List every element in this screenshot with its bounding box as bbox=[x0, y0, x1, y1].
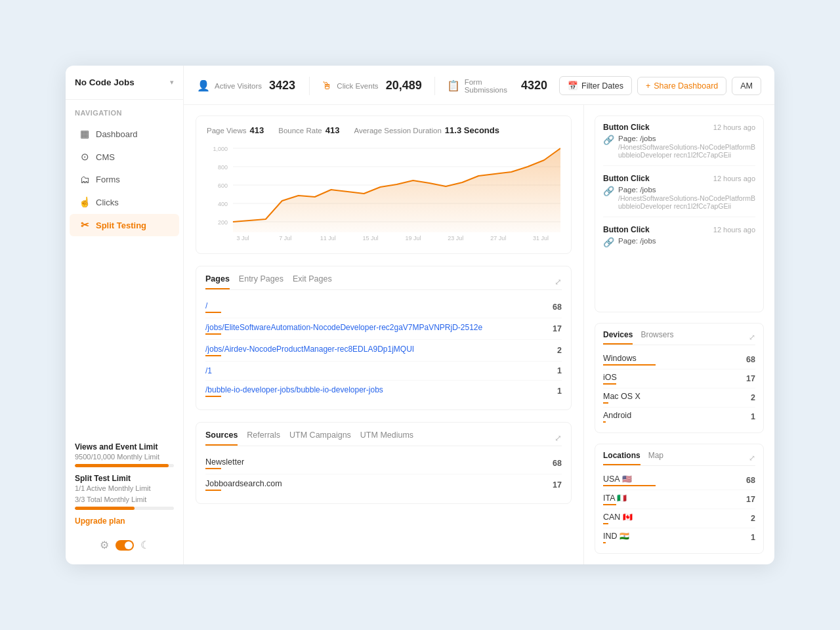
split-limit-active: 1/1 Active Monthly Limit bbox=[75, 484, 174, 492]
sidebar-item-dashboard[interactable]: ▦ Dashboard bbox=[70, 123, 179, 145]
location-bar bbox=[603, 523, 608, 524]
active-visitors-value: 3423 bbox=[269, 79, 295, 93]
upgrade-link[interactable]: Upgrade plan bbox=[75, 516, 174, 526]
event-title: Button Click bbox=[603, 225, 650, 234]
tab-browsers[interactable]: Browsers bbox=[640, 330, 673, 345]
page-link[interactable]: /1 bbox=[205, 366, 212, 375]
views-limit-bar-fill bbox=[75, 464, 169, 467]
click-events-label: Click Events bbox=[337, 82, 378, 90]
row-underline bbox=[205, 333, 221, 335]
device-bar bbox=[603, 421, 606, 423]
expand-icon[interactable]: ⤢ bbox=[749, 333, 755, 342]
settings-icon[interactable]: ⚙ bbox=[100, 539, 109, 551]
sidebar-item-label: Dashboard bbox=[96, 129, 138, 139]
row-count: 17 bbox=[543, 480, 562, 490]
views-limit-bar bbox=[75, 464, 174, 467]
svg-text:800: 800 bbox=[218, 164, 228, 171]
chart-stat-session: Average Session Duration 11.3 Seconds bbox=[354, 125, 499, 135]
table-row: /jobs/Airdev-NocodeProductManager-rec8ED… bbox=[205, 340, 562, 362]
side-row: Mac OS X 2 bbox=[603, 388, 755, 408]
tab-exit-pages[interactable]: Exit Pages bbox=[293, 274, 332, 289]
nav-section-label: Navigation bbox=[66, 109, 183, 122]
page-link[interactable]: / bbox=[205, 301, 207, 310]
share-dashboard-button[interactable]: + Share Dashboard bbox=[637, 77, 726, 95]
event-item: Button Click 12 hours ago 🔗 Page: /jobs bbox=[603, 225, 755, 254]
stat-click-events: 🖱 Click Events 20,489 bbox=[322, 79, 422, 93]
split-limit-bar bbox=[75, 507, 174, 510]
event-page: Page: /jobs bbox=[618, 237, 656, 245]
stat-form-submissions: 📋 Form Submissions 4320 bbox=[447, 78, 547, 94]
svg-text:3 Jul: 3 Jul bbox=[236, 235, 249, 242]
moon-icon[interactable]: ☾ bbox=[140, 539, 150, 551]
device-bar bbox=[603, 364, 656, 366]
row-underline bbox=[205, 490, 221, 491]
flag-ind: 🇮🇳 bbox=[620, 532, 629, 541]
tab-pages[interactable]: Pages bbox=[205, 274, 230, 289]
device-count: 68 bbox=[746, 355, 755, 364]
sidebar-item-cms[interactable]: ⊙ CMS bbox=[70, 146, 179, 168]
page-link[interactable]: /jobs/Airdev-NocodeProductManager-rec8ED… bbox=[205, 345, 414, 354]
tab-entry-pages[interactable]: Entry Pages bbox=[239, 274, 284, 289]
location-label: IND 🇮🇳 bbox=[603, 532, 629, 541]
sidebar-item-label: Split Testing bbox=[96, 220, 146, 230]
split-limit-total: 3/3 Total Monthly Limit bbox=[75, 495, 174, 503]
devices-section: Devices Browsers ⤢ Windows 68 bbox=[595, 323, 764, 433]
sidebar-item-clicks[interactable]: ☝ Clicks bbox=[70, 191, 179, 213]
event-item: Button Click 12 hours ago 🔗 Page: /jobs … bbox=[603, 174, 755, 217]
table-row: Newsletter 68 bbox=[205, 453, 562, 474]
tab-devices[interactable]: Devices bbox=[603, 330, 633, 345]
device-count: 17 bbox=[746, 374, 755, 383]
table-row: / 68 bbox=[205, 297, 562, 318]
expand-icon[interactable]: ⤢ bbox=[555, 277, 562, 287]
location-bar bbox=[603, 504, 616, 505]
location-count: 68 bbox=[746, 476, 755, 485]
page-link[interactable]: /bubble-io-developer-jobs/bubble-io-deve… bbox=[205, 385, 383, 394]
row-count: 1 bbox=[543, 387, 562, 396]
form-submissions-value: 4320 bbox=[521, 79, 547, 93]
tab-map[interactable]: Map bbox=[648, 451, 663, 465]
event-icon: 🔗 bbox=[603, 135, 614, 145]
content-columns: Page Views 413 Bounce Rate 413 Average S… bbox=[184, 105, 774, 564]
table-row: /1 1 bbox=[205, 362, 562, 381]
side-row: iOS 17 bbox=[603, 369, 755, 388]
split-testing-icon: ✂ bbox=[79, 219, 91, 231]
tab-sources[interactable]: Sources bbox=[205, 430, 238, 446]
tab-referrals[interactable]: Referrals bbox=[247, 430, 280, 446]
location-count: 1 bbox=[751, 533, 755, 542]
device-label: Mac OS X bbox=[603, 392, 640, 401]
sidebar-brand[interactable]: No Code Jobs ▾ bbox=[66, 77, 183, 100]
sidebar-limits: Views and Event Limit 9500/10,000 Monthl… bbox=[66, 436, 183, 534]
click-events-icon: 🖱 bbox=[322, 80, 332, 92]
chart-section: Page Views 413 Bounce Rate 413 Average S… bbox=[196, 116, 572, 254]
row-count: 68 bbox=[543, 459, 562, 468]
devices-tabs: Devices Browsers ⤢ bbox=[603, 330, 755, 345]
tab-utm-campaigns[interactable]: UTM Campaigns bbox=[289, 430, 351, 446]
expand-icon[interactable]: ⤢ bbox=[749, 453, 755, 463]
row-underline bbox=[205, 396, 221, 397]
chart-stats-row: Page Views 413 Bounce Rate 413 Average S… bbox=[207, 125, 560, 135]
svg-text:27 Jul: 27 Jul bbox=[490, 235, 506, 242]
theme-toggle[interactable] bbox=[116, 540, 134, 551]
sidebar: No Code Jobs ▾ Navigation ▦ Dashboard ⊙ … bbox=[66, 66, 184, 564]
expand-icon[interactable]: ⤢ bbox=[555, 433, 562, 443]
location-bar bbox=[603, 542, 606, 543]
flag-usa: 🇺🇸 bbox=[622, 474, 632, 484]
row-underline bbox=[205, 468, 221, 469]
device-count: 2 bbox=[751, 393, 755, 402]
table-row: Jobboardsearch.com 17 bbox=[205, 474, 562, 495]
chart-area: 1,000 800 600 400 200 3 Jul 7 Jul 11 Jul… bbox=[207, 142, 560, 247]
stat-active-visitors: 👤 Active Visitors 3423 bbox=[197, 79, 297, 93]
event-time: 12 hours ago bbox=[713, 175, 755, 182]
chart-svg: 1,000 800 600 400 200 3 Jul 7 Jul 11 Jul… bbox=[207, 142, 560, 247]
device-label: Windows bbox=[603, 354, 637, 363]
tab-utm-mediums[interactable]: UTM Mediums bbox=[360, 430, 413, 446]
tab-locations[interactable]: Locations bbox=[603, 451, 640, 465]
sidebar-item-split-testing[interactable]: ✂ Split Testing bbox=[70, 214, 179, 236]
source-name: Newsletter bbox=[205, 457, 244, 467]
filter-dates-button[interactable]: 📅 Filter Dates bbox=[559, 76, 632, 95]
event-item: Button Click 12 hours ago 🔗 Page: /jobs … bbox=[603, 123, 755, 166]
am-button[interactable]: AM bbox=[732, 77, 761, 95]
svg-text:31 Jul: 31 Jul bbox=[533, 235, 549, 242]
page-link[interactable]: /jobs/EliteSoftwareAutomation-NocodeDeve… bbox=[205, 323, 482, 332]
sidebar-item-forms[interactable]: 🗂 Forms bbox=[70, 169, 179, 190]
